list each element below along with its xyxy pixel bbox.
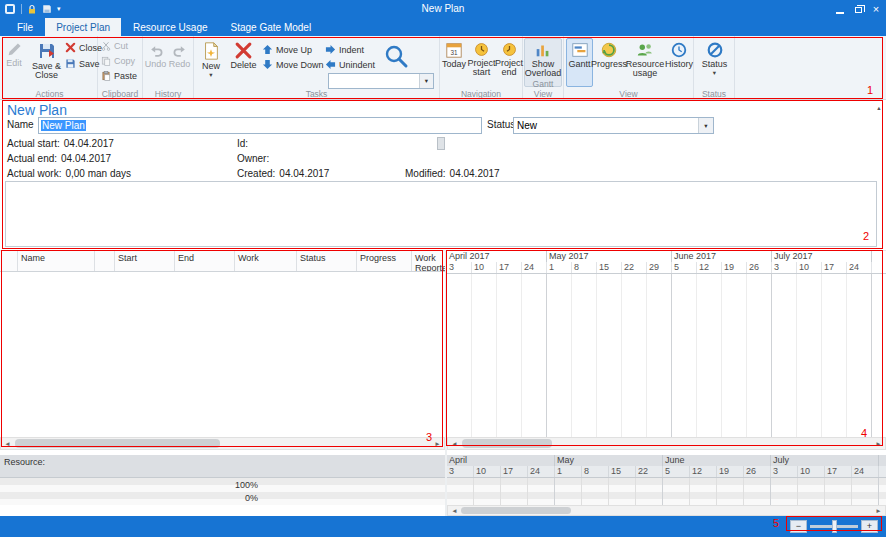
project-end-button[interactable]: Project end (496, 38, 522, 87)
gantt-week-cell: 1 (547, 262, 572, 273)
zoom-in-button[interactable]: + (861, 520, 878, 533)
gantt-hscrollbar[interactable]: ◄ ► (447, 437, 886, 450)
indent-button[interactable]: Indent (325, 44, 364, 55)
description-textarea[interactable] (5, 181, 877, 247)
task-table-hscrollbar[interactable]: ◄ ► (0, 437, 445, 450)
zoom-slider[interactable] (810, 525, 858, 528)
save-button[interactable]: Save (65, 58, 100, 69)
minimize-button[interactable] (831, 0, 849, 18)
task-table-body[interactable] (0, 272, 445, 437)
tab-resource-usage[interactable]: Resource Usage (122, 18, 218, 36)
edit-button[interactable]: Edit (2, 38, 26, 84)
edit-label: Edit (6, 59, 22, 68)
save-and-close-button[interactable]: Save & Close (27, 38, 66, 84)
tab-stage-gate-model[interactable]: Stage Gate Model (220, 18, 323, 36)
scroll-right-icon[interactable]: ► (431, 438, 444, 449)
actual-start-label: Actual start: (7, 138, 60, 149)
paste-button[interactable]: Paste (101, 71, 137, 81)
resource-week-cell: 26 (744, 466, 771, 477)
history-view-button[interactable]: History (666, 38, 692, 87)
progress-view-button[interactable]: Progress (594, 38, 624, 87)
close-button[interactable]: Close (65, 42, 102, 53)
gantt-chart-body[interactable] (447, 274, 886, 437)
column-header-end[interactable]: End (175, 251, 235, 271)
name-input[interactable]: New Plan (38, 117, 482, 134)
status-dropdown[interactable]: New ▾ (513, 117, 714, 134)
resource-week-cell: 19 (717, 466, 744, 477)
redo-icon (172, 43, 188, 59)
tab-project-plan[interactable]: Project Plan (45, 18, 121, 36)
delete-task-button[interactable]: Delete (227, 38, 260, 87)
ribbon: Edit Save & Close Close Save Actions Cut… (0, 36, 886, 100)
close-window-button[interactable]: × (867, 0, 885, 18)
column-header-work-reported[interactable]: Work Reported (412, 251, 445, 271)
scroll-left-icon[interactable]: ◄ (448, 438, 461, 449)
tab-file[interactable]: File (6, 18, 44, 36)
task-table-hscroll-thumb[interactable] (15, 439, 220, 448)
ribbon-group-navigation: 31 Today Project start Project end Navig… (440, 36, 523, 99)
column-header-progress[interactable]: Progress (357, 251, 412, 271)
task-filter-combobox[interactable]: ▾ (328, 73, 434, 89)
zoom-out-button[interactable]: − (790, 520, 807, 533)
column-header-indicator[interactable] (95, 251, 115, 271)
gantt-view-button[interactable]: Gantt (566, 38, 593, 87)
task-filter-dropdown-icon[interactable]: ▾ (419, 74, 433, 88)
status-bar: − + (0, 516, 886, 537)
gantt-week-cell: 10 (797, 262, 822, 273)
column-header-name[interactable]: Name (18, 251, 95, 271)
resource-week-cell: 10 (474, 466, 501, 477)
move-down-button[interactable]: Move Down (262, 59, 324, 70)
resource-hscroll-thumb[interactable] (461, 507, 571, 514)
gantt-week-cell: 8 (572, 262, 597, 273)
gantt-pane: April 2017 May 2017 June 2017 July 2017 … (447, 250, 886, 455)
column-header-start[interactable]: Start (115, 251, 175, 271)
today-button[interactable]: 31 Today (441, 38, 467, 87)
row-selector-header[interactable] (0, 251, 18, 271)
gantt-month-header: April 2017 May 2017 June 2017 July 2017 (447, 250, 886, 262)
gantt-month-cell: June 2017 (672, 251, 772, 262)
gantt-hscroll-thumb[interactable] (462, 439, 552, 448)
scale-0-label: 0% (213, 493, 258, 503)
gantt-month-gridline (771, 274, 772, 437)
status-field-label: Status (487, 119, 515, 130)
unindent-label: Unindent (339, 60, 375, 70)
status-dropdown-caret-icon[interactable]: ▾ (713, 70, 716, 76)
cut-button[interactable]: Cut (101, 41, 128, 51)
resource-usage-view-button[interactable]: Resource usage (625, 38, 665, 87)
scroll-left-icon[interactable]: ◄ (448, 506, 461, 515)
new-task-dropdown-icon[interactable]: ▾ (209, 72, 212, 78)
form-scroll-up-icon[interactable]: ▴ (874, 103, 884, 113)
project-start-button[interactable]: Project start (468, 38, 495, 87)
scroll-right-icon[interactable]: ► (872, 438, 885, 449)
resource-chart-grid[interactable] (447, 478, 886, 505)
scroll-left-icon[interactable]: ◄ (1, 438, 14, 449)
scroll-right-icon[interactable]: ► (872, 506, 885, 515)
id-field-button[interactable] (437, 137, 445, 150)
move-up-button[interactable]: Move Up (262, 44, 312, 55)
people-icon (636, 41, 654, 59)
search-icon[interactable] (382, 42, 410, 70)
progress-coin-icon (600, 41, 618, 59)
column-header-status[interactable]: Status (297, 251, 357, 271)
resource-month-gridline (878, 478, 879, 505)
new-document-icon (201, 41, 221, 61)
status-dropdown-arrow-icon[interactable]: ▾ (698, 118, 713, 133)
redo-button[interactable]: Redo (168, 40, 191, 80)
resource-hscrollbar[interactable]: ◄ ► (447, 505, 886, 516)
gantt-week-cell: 24 (847, 262, 872, 273)
restore-button[interactable] (849, 0, 867, 18)
new-task-button[interactable]: New ▾ (196, 38, 226, 87)
resource-week-cell: 3 (771, 466, 798, 477)
unindent-button[interactable]: Unindent (325, 59, 375, 70)
status-button[interactable]: Status ▾ (698, 38, 731, 87)
column-header-work[interactable]: Work (235, 251, 297, 271)
group-label-gantt-view: Gantt View (523, 79, 563, 99)
resource-week-cell: 12 (690, 466, 717, 477)
gantt-week-cell: 17 (497, 262, 522, 273)
created-value: 04.04.2017 (279, 168, 329, 179)
undo-button[interactable]: Undo (144, 40, 167, 80)
copy-button[interactable]: Copy (101, 56, 135, 66)
gantt-week-cell: 22 (622, 262, 647, 273)
title-bar: ▾ New Plan × (0, 0, 886, 18)
zoom-slider-thumb[interactable] (832, 520, 837, 533)
